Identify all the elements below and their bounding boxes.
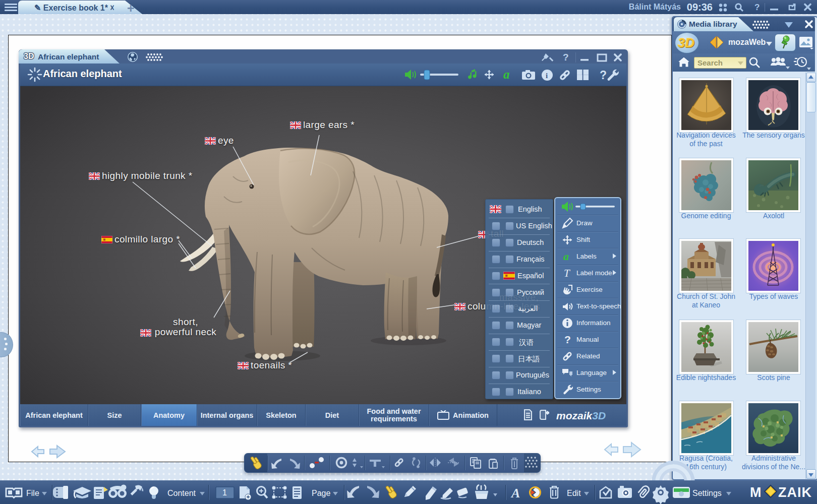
svg-text:T: T — [564, 267, 570, 279]
svg-text:a: a — [503, 68, 510, 81]
svg-text:M: M — [750, 485, 762, 500]
svg-text:?: ? — [564, 334, 571, 345]
svg-text:ZAIK: ZAIK — [778, 485, 812, 500]
svg-text:mozaik3D: mozaik3D — [556, 410, 606, 421]
svg-text:A: A — [510, 486, 520, 500]
svg-text:a: a — [563, 250, 569, 263]
svg-text:?: ? — [600, 69, 607, 81]
svg-text:i: i — [546, 72, 548, 80]
svg-text:?: ? — [754, 3, 760, 12]
svg-text:?: ? — [563, 52, 569, 62]
svg-text:1: 1 — [222, 488, 227, 497]
